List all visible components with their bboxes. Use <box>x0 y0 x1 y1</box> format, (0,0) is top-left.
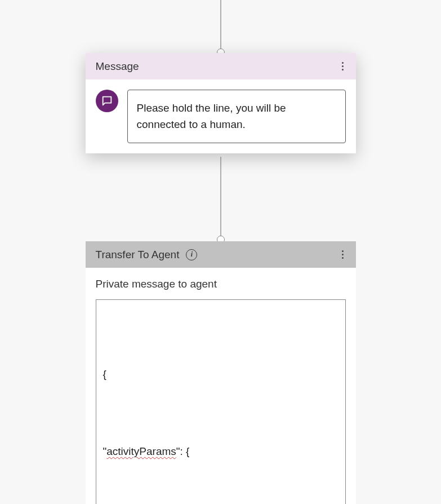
message-node-body: Please hold the line, you will be connec… <box>86 79 356 153</box>
code-line-1: { <box>103 361 338 387</box>
message-node-title: Message <box>96 60 139 73</box>
private-message-label: Private message to agent <box>96 278 346 290</box>
private-message-input[interactable]: { "activityParams": { "transferTarget": … <box>96 299 346 504</box>
transfer-node-header[interactable]: Transfer To Agent i <box>86 241 356 268</box>
code-line-2: "activityParams": { <box>103 439 338 465</box>
message-node[interactable]: Message Please hold the line, you will b… <box>86 53 356 153</box>
transfer-node[interactable]: Transfer To Agent i Private message to a… <box>86 241 356 504</box>
chat-bubble-icon <box>96 90 118 112</box>
connector-line-middle <box>220 157 221 240</box>
more-options-button[interactable] <box>340 60 346 73</box>
info-icon[interactable]: i <box>186 249 197 260</box>
message-node-header[interactable]: Message <box>86 53 356 79</box>
transfer-node-body: Private message to agent { "activityPara… <box>86 268 356 504</box>
message-text: Please hold the line, you will be connec… <box>137 102 286 130</box>
connector-line-top <box>220 0 221 53</box>
transfer-node-title: Transfer To Agent <box>96 249 180 261</box>
message-text-input[interactable]: Please hold the line, you will be connec… <box>127 90 346 143</box>
more-options-button[interactable] <box>340 248 346 261</box>
